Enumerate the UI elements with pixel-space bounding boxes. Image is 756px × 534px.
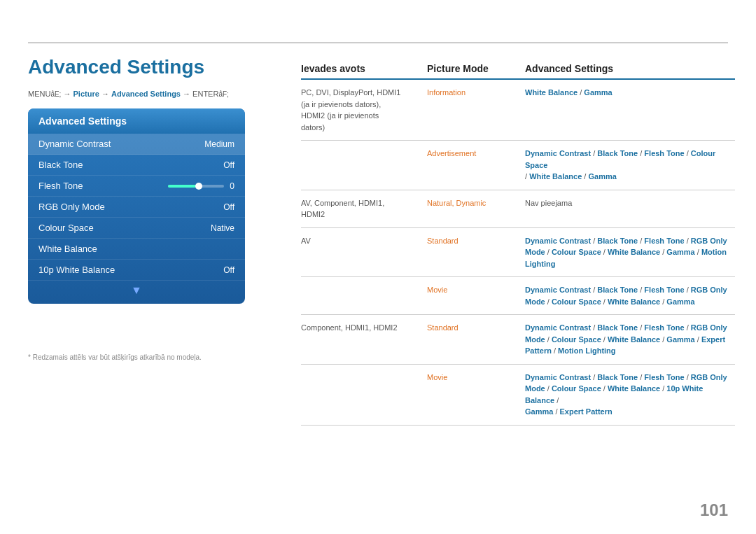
10p-white-balance-label: 10p White Balance — [38, 265, 115, 275]
row1-mode: Information — [427, 87, 525, 99]
panel-item-dynamic-contrast[interactable]: Dynamic Contrast Medium — [28, 134, 245, 155]
settings-table: Ievades avots Picture Mode Advanced Sett… — [301, 63, 735, 426]
panel-item-10p-white-balance[interactable]: 10p White Balance Off — [28, 260, 245, 281]
table-row: PC, DVI, DisplayPort, HDMI1(ja ir pievie… — [301, 80, 735, 141]
panel-item-rgb-only-mode[interactable]: RGB Only Mode Off — [28, 197, 245, 218]
row3-source: AV, Component, HDMI1,HDMI2 — [301, 197, 427, 220]
row6-source: Component, HDMI1, HDMI2 — [301, 322, 427, 334]
row6-mode: Standard — [427, 322, 525, 334]
breadcrumb: MENUåE; → Picture → Advanced Settings → … — [28, 90, 229, 98]
settings-panel: Advanced Settings Dynamic Contrast Mediu… — [28, 108, 245, 304]
row4-mode: Standard — [427, 235, 525, 247]
flesh-tone-slider[interactable] — [168, 185, 224, 188]
panel-item-flesh-tone[interactable]: Flesh Tone 0 — [28, 176, 245, 197]
colour-space-label: Colour Space — [38, 223, 94, 233]
row2-settings: Dynamic Contrast / Black Tone / Flesh To… — [525, 148, 735, 183]
header-settings: Advanced Settings — [525, 63, 735, 74]
row3-mode: Natural, Dynamic — [427, 197, 525, 209]
panel-item-colour-space[interactable]: Colour Space Native — [28, 218, 245, 239]
panel-item-white-balance[interactable]: White Balance — [28, 239, 245, 260]
table-row: Component, HDMI1, HDMI2 Standard Dynamic… — [301, 315, 735, 365]
table-row: Movie Dynamic Contrast / Black Tone / Fl… — [301, 277, 735, 315]
row4-settings: Dynamic Contrast / Black Tone / Flesh To… — [525, 235, 735, 270]
breadcrumb-text: MENUåE; → Picture → Advanced Settings → … — [28, 90, 229, 98]
row2-mode: Advertisement — [427, 148, 525, 160]
flesh-tone-value: 0 — [230, 181, 234, 191]
row1-source: PC, DVI, DisplayPort, HDMI1(ja ir pievie… — [301, 87, 427, 133]
panel-title: Advanced Settings — [28, 108, 245, 134]
rgb-only-mode-label: RGB Only Mode — [38, 202, 105, 212]
header-source: Ievades avots — [301, 63, 427, 74]
table-row: Movie Dynamic Contrast / Black Tone / Fl… — [301, 365, 735, 426]
rgb-only-mode-value: Off — [223, 202, 234, 212]
row5-settings: Dynamic Contrast / Black Tone / Flesh To… — [525, 284, 735, 307]
page-title: Advanced Settings — [28, 56, 204, 78]
black-tone-value: Off — [223, 160, 234, 170]
slider-thumb — [195, 183, 202, 190]
colour-space-value: Native — [211, 223, 234, 233]
10p-white-balance-value: Off — [223, 265, 234, 275]
flesh-tone-label: Flesh Tone — [38, 181, 83, 191]
black-tone-label: Black Tone — [38, 160, 83, 170]
page-number: 101 — [700, 500, 728, 520]
row7-settings: Dynamic Contrast / Black Tone / Flesh To… — [525, 372, 735, 418]
dynamic-contrast-label: Dynamic Contrast — [38, 139, 111, 149]
top-line — [28, 42, 728, 43]
table-row: AV Standard Dynamic Contrast / Black Ton… — [301, 228, 735, 278]
table-header: Ievades avots Picture Mode Advanced Sett… — [301, 63, 735, 80]
white-balance-label: White Balance — [38, 244, 97, 254]
row7-mode: Movie — [427, 372, 525, 384]
slider-fill — [168, 185, 196, 188]
panel-scroll-down[interactable]: ▼ — [28, 281, 245, 297]
row5-mode: Movie — [427, 284, 525, 296]
dynamic-contrast-value: Medium — [204, 139, 234, 149]
table-row: AV, Component, HDMI1,HDMI2 Natural, Dyna… — [301, 190, 735, 228]
footnote: * Redzamais attēls var būt atšķirīgs atk… — [28, 353, 202, 361]
row4-source: AV — [301, 235, 427, 247]
row1-settings: White Balance / Gamma — [525, 87, 735, 99]
panel-item-black-tone[interactable]: Black Tone Off — [28, 155, 245, 176]
table-row: Advertisement Dynamic Contrast / Black T… — [301, 141, 735, 190]
row3-settings: Nav pieejama — [525, 197, 735, 209]
row6-settings: Dynamic Contrast / Black Tone / Flesh To… — [525, 322, 735, 357]
header-mode: Picture Mode — [427, 63, 525, 74]
